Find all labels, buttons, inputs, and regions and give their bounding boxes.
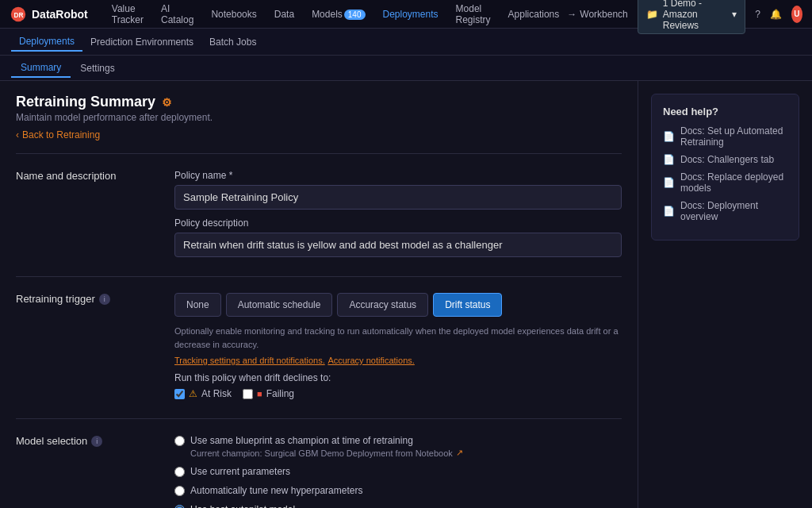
divider [16,153,622,154]
avatar[interactable]: U [791,6,802,23]
model-label-col: Model selection i [16,435,159,508]
nav-value-tracker[interactable]: Value Tracker [104,0,151,29]
nav-notifications[interactable]: 🔔 [770,9,782,20]
nav-workbench[interactable]: → Workbench [567,9,627,20]
trigger-accuracy-btn[interactable]: Accuracy status [337,293,428,317]
name-section: Name and description Policy name * Polic… [16,170,622,257]
champion-sub-text: Current champion: Surgical GBM Demo Depl… [190,448,463,458]
at-risk-checkbox-item[interactable]: ⚠ At Risk [174,388,232,399]
top-navigation: DR DataRobot Value Tracker AI Catalog No… [0,0,812,29]
logo[interactable]: DR DataRobot [10,6,88,23]
divider-2 [16,276,622,277]
policy-desc-label: Policy description [174,217,622,229]
model-info-icon[interactable]: i [91,436,102,447]
trigger-note: Optionally enable monitoring and trackin… [174,325,622,351]
main-content: Retraining Summary ⚙ Maintain model perf… [0,81,812,508]
page-header: Retraining Summary ⚙ Maintain model perf… [16,94,622,123]
doc-icon-3: 📄 [663,177,675,188]
model-radio-group: Use same blueprint as champion at time o… [174,435,622,508]
model-content: Use same blueprint as champion at time o… [174,435,622,508]
doc-icon-2: 📄 [663,154,675,165]
help-link-4[interactable]: 📄 Docs: Deployment overview [663,200,787,222]
nav-applications[interactable]: Applications [500,6,568,23]
radio-item-current-params[interactable]: Use current parameters [174,466,622,477]
at-risk-checkbox[interactable] [174,389,185,399]
trigger-content: None Automatic schedule Accuracy status … [174,293,622,399]
help-link-1[interactable]: 📄 Docs: Set up Automated Retraining [663,125,787,148]
nav-help[interactable]: ? [755,9,760,20]
radio-item-auto-tune[interactable]: Automatically tune new hyperparameters [174,485,622,496]
failing-checkbox-item[interactable]: ■ Failing [243,388,294,399]
back-to-retraining-link[interactable]: ‹ Back to Retraining [16,129,622,140]
models-badge: 140 [344,10,366,20]
trigger-none-btn[interactable]: None [174,293,221,317]
nav-right: → Workbench 📁 1 Demo - Amazon Reviews ▾ … [567,0,802,34]
page-subtitle: Maintain model performance after deploym… [16,112,622,123]
gear-icon[interactable]: ⚙ [162,96,172,109]
radio-current-params[interactable] [174,467,185,477]
name-label-col: Name and description [16,170,159,257]
radio-blueprint[interactable] [174,436,185,446]
tab-summary[interactable]: Summary [11,59,71,78]
help-sidebar: Need help? 📄 Docs: Set up Automated Retr… [638,81,812,508]
trigger-section: Retraining trigger i None Automatic sche… [16,293,622,399]
drift-checkboxes: ⚠ At Risk ■ Failing [174,388,622,399]
radio-best-autopilot[interactable] [174,505,185,508]
page-title: Retraining Summary ⚙ [16,94,622,110]
trigger-label-col: Retraining trigger i [16,293,159,399]
nav-items: Value Tracker AI Catalog Notebooks Data … [104,0,567,29]
subnav-batch-jobs[interactable]: Batch Jobs [201,33,264,51]
radio-item-best-autopilot[interactable]: Use best autopilot model [174,504,622,508]
help-link-3[interactable]: 📄 Docs: Replace deployed models [663,171,787,194]
policy-name-input[interactable] [174,185,622,210]
doc-icon-4: 📄 [663,206,675,217]
nav-model-registry[interactable]: Model Registry [448,0,499,29]
trigger-info-icon[interactable]: i [99,294,110,305]
tab-bar: Summary Settings [0,56,812,81]
name-section-label: Name and description [16,170,159,182]
subnav-deployments[interactable]: Deployments [11,33,82,52]
radio-item-blueprint: Use same blueprint as champion at time o… [174,435,622,458]
warning-icon: ⚠ [189,388,197,399]
help-box: Need help? 📄 Docs: Set up Automated Retr… [651,94,799,241]
subnav-prediction-environments[interactable]: Prediction Environments [82,33,201,51]
help-title: Need help? [663,106,787,117]
model-section-label: Model selection i [16,435,159,447]
divider-3 [16,418,622,419]
radio-auto-tune[interactable] [174,486,185,496]
logo-text: DataRobot [32,8,88,21]
help-link-2[interactable]: 📄 Docs: Challengers tab [663,154,787,165]
danger-icon: ■ [257,389,262,398]
policy-desc-input[interactable] [174,233,622,257]
svg-text:DR: DR [14,11,24,18]
nav-notebooks[interactable]: Notebooks [203,6,264,23]
accuracy-notifications-link[interactable]: Accuracy notifications. [327,356,414,365]
doc-icon-1: 📄 [663,131,675,142]
nav-models[interactable]: Models140 [304,6,373,23]
nav-ai-catalog[interactable]: AI Catalog [153,0,201,29]
model-section: Model selection i Use same blueprint as … [16,435,622,508]
tab-settings[interactable]: Settings [71,60,124,77]
external-link-icon[interactable]: ↗ [456,448,463,458]
policy-name-label: Policy name * [174,170,622,181]
trigger-buttons: None Automatic schedule Accuracy status … [174,293,622,317]
nav-data[interactable]: Data [266,6,302,23]
nav-deployments[interactable]: Deployments [375,6,446,23]
nav-demo-selector[interactable]: 📁 1 Demo - Amazon Reviews ▾ [638,0,745,34]
trigger-drift-btn[interactable]: Drift status [433,293,502,317]
decline-label: Run this policy when drift declines to: [174,372,622,383]
trigger-automatic-btn[interactable]: Automatic schedule [226,293,333,317]
name-fields: Policy name * Policy description [174,170,622,257]
trigger-section-label: Retraining trigger i [16,293,159,305]
failing-checkbox[interactable] [243,389,253,399]
content-area: Retraining Summary ⚙ Maintain model perf… [0,81,638,508]
tracking-settings-link[interactable]: Tracking settings and drift notification… [174,356,325,365]
